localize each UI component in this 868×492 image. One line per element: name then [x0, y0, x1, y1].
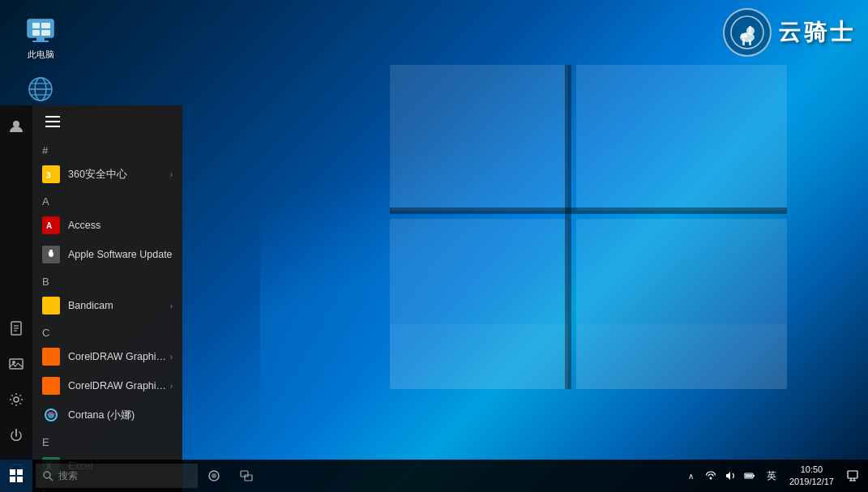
expand-arrow-coreldraw1: ›	[170, 353, 173, 362]
expand-arrow-360: ›	[170, 170, 173, 179]
network-icon	[24, 73, 57, 105]
svg-rect-55	[17, 477, 23, 482]
clock-date: 2019/12/17	[789, 476, 834, 488]
start-icon	[9, 468, 24, 483]
app-item-apple-software-update[interactable]: Apple Software Update	[32, 240, 182, 269]
sidebar-user-icon[interactable]	[2, 112, 31, 141]
svg-rect-7	[576, 324, 787, 389]
svg-line-57	[49, 477, 53, 481]
svg-rect-11	[41, 23, 50, 28]
yunqishi-text: 云骑士	[778, 17, 856, 48]
svg-rect-13	[41, 30, 50, 36]
svg-rect-45	[44, 379, 58, 393]
tray-network-icon[interactable]	[702, 467, 720, 485]
yunqishi-logo[interactable]: 云骑士	[723, 8, 856, 57]
svg-rect-34	[10, 359, 23, 369]
svg-rect-64	[746, 474, 752, 477]
svg-rect-65	[753, 475, 755, 477]
svg-point-36	[14, 397, 19, 402]
app-icon-apple-software-update	[42, 246, 60, 263]
svg-rect-52	[10, 469, 15, 475]
yunqishi-circle-icon	[723, 8, 772, 57]
action-center-icon[interactable]	[844, 467, 862, 485]
app-icon-access: A	[42, 216, 60, 234]
app-item-coreldraw2[interactable]: CorelDRAW Graphics Suite 20... ›	[32, 371, 182, 400]
section-hash: #	[32, 138, 182, 160]
taskbar-cortana-btn[interactable]	[198, 460, 230, 492]
desktop: 此电脑 网络	[0, 0, 868, 492]
svg-rect-10	[32, 23, 40, 28]
svg-point-59	[212, 473, 216, 478]
svg-point-25	[741, 33, 747, 38]
svg-rect-53	[17, 469, 23, 475]
app-name-bandicam: Bandicam	[68, 300, 167, 311]
taskbar-tray: ∧ 英 10:50 2019/12/17	[676, 460, 868, 492]
expand-arrow-bandicam: ›	[170, 302, 173, 310]
sidebar-power-icon[interactable]	[2, 421, 31, 450]
section-a: A	[32, 189, 182, 211]
sidebar-document-icon[interactable]	[2, 314, 31, 343]
wallpaper-logo	[382, 49, 803, 397]
svg-text:3: 3	[46, 171, 51, 180]
svg-rect-27	[742, 39, 745, 45]
app-icon-360: 3	[42, 165, 60, 183]
hamburger-button[interactable]	[42, 113, 63, 130]
svg-rect-12	[32, 30, 40, 36]
taskbar-task-view-btn[interactable]	[230, 460, 263, 492]
tray-volume-icon[interactable]	[721, 467, 739, 485]
svg-point-62	[709, 477, 712, 480]
app-icon-cortana	[42, 406, 60, 424]
svg-rect-54	[10, 477, 15, 482]
taskbar-apps	[198, 460, 676, 492]
svg-point-35	[12, 361, 15, 364]
pc-icon	[24, 16, 57, 49]
svg-rect-6	[390, 324, 568, 389]
app-item-access[interactable]: A Access	[32, 211, 182, 240]
svg-rect-66	[848, 471, 857, 478]
svg-rect-28	[749, 40, 751, 45]
clock-time: 10:50	[789, 464, 834, 476]
svg-text:A: A	[46, 221, 52, 230]
expand-arrow-coreldraw2: ›	[170, 382, 173, 391]
svg-point-56	[44, 472, 50, 478]
sidebar-settings-icon[interactable]	[2, 385, 31, 414]
taskbar-search[interactable]: 搜索	[36, 464, 198, 488]
app-name-coreldraw1: CorelDRAW Graphics Suite 20...	[68, 351, 167, 362]
svg-rect-44	[44, 349, 58, 364]
tray-battery-icon[interactable]	[741, 467, 759, 485]
app-name-apple-software-update: Apple Software Update	[68, 249, 173, 260]
sidebar-icons	[0, 105, 32, 492]
svg-point-29	[13, 121, 19, 127]
app-icon-coreldraw1	[42, 348, 60, 366]
app-name-access: Access	[68, 220, 173, 231]
app-icon-bandicam	[42, 297, 60, 314]
app-item-bandicam[interactable]: Bandicam ›	[32, 291, 182, 320]
pc-icon-label: 此电脑	[28, 49, 54, 61]
app-item-coreldraw1[interactable]: CorelDRAW Graphics Suite 20... ›	[32, 342, 182, 371]
taskbar: 搜索 ∧	[0, 460, 868, 492]
start-button[interactable]	[0, 460, 32, 492]
search-placeholder: 搜索	[58, 469, 78, 483]
app-list: # 3 360安全中心 › A A Access Apple Software …	[32, 105, 182, 492]
section-c: C	[32, 320, 182, 342]
app-name-cortana: Cortana (小娜)	[68, 409, 173, 422]
search-icon	[42, 470, 53, 481]
tray-clock[interactable]: 10:50 2019/12/17	[785, 464, 839, 489]
svg-rect-0	[390, 65, 568, 211]
svg-rect-1	[576, 65, 787, 211]
hamburger-icon	[45, 116, 60, 127]
svg-point-21	[29, 78, 52, 101]
app-icon-coreldraw2	[42, 377, 60, 395]
svg-rect-43	[44, 298, 58, 313]
svg-rect-15	[32, 41, 49, 42]
language-indicator[interactable]: 英	[763, 469, 780, 483]
section-b: B	[32, 269, 182, 291]
svg-rect-14	[36, 37, 45, 41]
app-name-coreldraw2: CorelDRAW Graphics Suite 20...	[68, 380, 167, 391]
desktop-icon-pc[interactable]: 此电脑	[12, 16, 69, 61]
sidebar-pictures-icon[interactable]	[2, 349, 31, 379]
section-e: E	[32, 430, 182, 451]
app-item-360[interactable]: 3 360安全中心 ›	[32, 160, 182, 189]
tray-up-arrow[interactable]: ∧	[682, 467, 700, 485]
app-item-cortana[interactable]: Cortana (小娜)	[32, 400, 182, 430]
